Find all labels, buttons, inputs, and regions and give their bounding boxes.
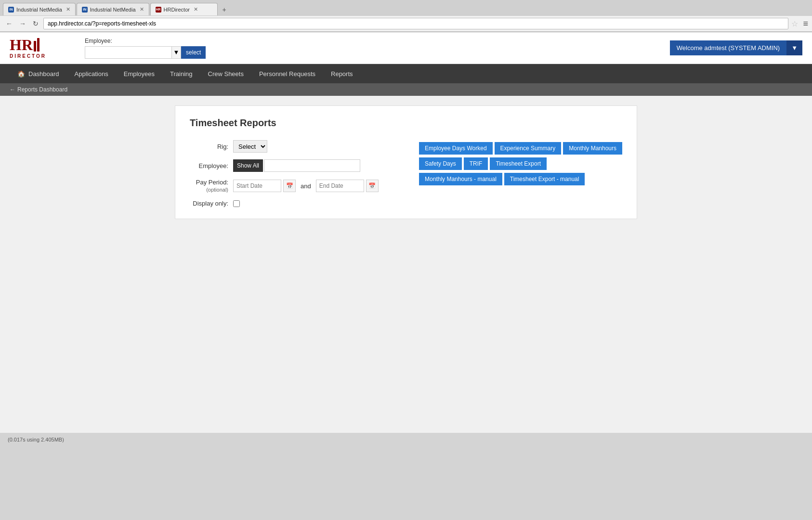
employee-selector-inner: Employee: ▼ select [85,38,206,59]
back-arrow-icon: ← [10,86,15,93]
rig-select[interactable]: Select [233,140,267,153]
nav-dashboard-label: Dashboard [28,70,59,78]
nav-applications-label: Applications [75,70,108,78]
nav-personnel-requests-label: Personnel Requests [259,70,315,78]
tab-1-label: Industrial NetMedia [16,7,62,13]
nav-training[interactable]: Training [162,64,200,83]
report-btn-row-2: Safety Days TRIF Timesheet Export [419,157,622,170]
main-content: Timesheet Reports Rig: Select Employee: … [0,96,812,433]
tab-3-label: HRDirector [164,7,190,13]
employee-row: Employee: Show All [190,159,390,172]
home-icon: 🏠 [17,70,25,78]
main-nav: 🏠 Dashboard Applications Employees Train… [0,64,812,83]
nav-applications[interactable]: Applications [67,64,116,83]
tab-3-close[interactable]: ✕ [194,6,198,13]
footer: (0.017s using 2.405MB) [0,433,812,446]
end-date-input[interactable] [316,180,364,192]
reload-button[interactable]: ↻ [31,19,40,28]
end-date-calendar-button[interactable]: 📅 [366,180,379,192]
employee-days-worked-button[interactable]: Employee Days Worked [419,142,493,155]
logo-director-text: DIRECTOR [10,53,46,59]
employee-header-select-button[interactable]: select [181,46,206,59]
timesheet-export-manual-button[interactable]: Timesheet Export - manual [504,173,585,185]
monthly-manhours-manual-button[interactable]: Monthly Manhours - manual [419,173,502,185]
tab-2-close[interactable]: ✕ [140,6,144,13]
employee-header-dropdown[interactable]: ▼ [171,46,181,59]
address-bar: ← → ↻ ☆ ≡ [0,15,812,32]
nav-employees[interactable]: Employees [116,64,162,83]
report-btn-row-1: Employee Days Worked Experience Summary … [419,142,622,155]
form-left: Rig: Select Employee: Show All [190,140,390,207]
tab-2-label: Industrial NetMedia [90,7,136,13]
and-text: and [298,182,314,190]
tab-3-icon: HR [156,7,161,13]
logo-figures [34,38,39,52]
logo-figure-2 [37,38,39,52]
start-date-input[interactable] [233,180,281,192]
display-only-row: Display only: [190,200,390,207]
tab-bar: iN Industrial NetMedia ✕ iN Industrial N… [0,0,812,15]
report-buttons: Employee Days Worked Experience Summary … [419,142,622,185]
logo-combined: HR [10,37,46,52]
experience-summary-button[interactable]: Experience Summary [495,142,562,155]
content-card: Timesheet Reports Rig: Select Employee: … [175,105,637,219]
form-section: Rig: Select Employee: Show All [190,140,622,207]
safety-days-button[interactable]: Safety Days [419,157,462,170]
tab-1[interactable]: iN Industrial NetMedia ✕ [3,3,76,15]
new-tab-button[interactable]: + [219,4,230,15]
menu-icon[interactable]: ≡ [803,19,808,29]
display-only-label: Display only: [190,200,233,207]
trif-button[interactable]: TRIF [464,157,488,170]
nav-crew-sheets[interactable]: Crew Sheets [200,64,251,83]
rig-row: Rig: Select [190,140,390,153]
report-btn-row-3: Monthly Manhours - manual Timesheet Expo… [419,173,622,185]
welcome-area: Welcome admtest (SYSTEM ADMIN) ▼ [670,40,802,55]
tab-3[interactable]: HR HRDirector ✕ [150,3,218,15]
welcome-caret[interactable]: ▼ [786,40,802,55]
monthly-manhours-button[interactable]: Monthly Manhours [563,142,622,155]
welcome-text: Welcome admtest (SYSTEM ADMIN) [677,44,780,52]
nav-dashboard[interactable]: 🏠 Dashboard [10,64,67,83]
performance-text: (0.017s using 2.405MB) [8,437,64,442]
bookmark-icon[interactable]: ☆ [791,19,798,28]
show-all-button[interactable]: Show All [233,159,263,172]
timesheet-export-button[interactable]: Timesheet Export [490,157,547,170]
start-date-calendar-button[interactable]: 📅 [283,180,296,192]
logo-figure-1 [34,41,36,52]
url-input[interactable] [43,18,788,29]
employee-header-label: Employee: [85,38,206,44]
date-input-wrap: 📅 and 📅 [233,180,379,192]
nav-training-label: Training [170,70,192,78]
page-wrapper: HR DIRECTOR Employee: ▼ select Welcome [0,32,812,433]
employee-header-input[interactable] [85,46,171,59]
logo: HR DIRECTOR [10,37,46,59]
breadcrumb-reports-dashboard[interactable]: ← Reports Dashboard [10,86,67,93]
pay-period-label: Pay Period: [190,179,228,186]
nav-employees-label: Employees [124,70,155,78]
pay-period-optional: (optional) [206,187,228,193]
employee-text-input[interactable] [264,159,360,172]
tab-2[interactable]: iN Industrial NetMedia ✕ [77,3,149,15]
logo-hr-text: HR [10,37,33,52]
tab-1-close[interactable]: ✕ [66,6,70,13]
tab-1-icon: iN [8,7,14,13]
nav-reports-label: Reports [331,70,353,78]
header: HR DIRECTOR Employee: ▼ select Welcome [0,32,812,64]
employee-selector: Employee: ▼ select [85,38,206,59]
pay-period-row: Pay Period: (optional) 📅 and 📅 [190,179,390,193]
forward-button[interactable]: → [17,19,28,28]
back-button[interactable]: ← [4,19,14,28]
rig-label: Rig: [190,143,233,150]
welcome-button[interactable]: Welcome admtest (SYSTEM ADMIN) [670,40,786,55]
tab-2-icon: iN [82,7,88,13]
nav-reports[interactable]: Reports [323,64,361,83]
employee-select-wrap: ▼ select [85,46,206,59]
breadcrumb-bar: ← Reports Dashboard [0,83,812,96]
pay-period-label-wrap: Pay Period: (optional) [190,179,233,193]
display-only-checkbox[interactable] [233,200,240,207]
employee-form-label: Employee: [190,162,233,169]
nav-personnel-requests[interactable]: Personnel Requests [251,64,323,83]
browser-chrome: iN Industrial NetMedia ✕ iN Industrial N… [0,0,812,32]
nav-crew-sheets-label: Crew Sheets [208,70,244,78]
breadcrumb-label: Reports Dashboard [17,86,67,93]
